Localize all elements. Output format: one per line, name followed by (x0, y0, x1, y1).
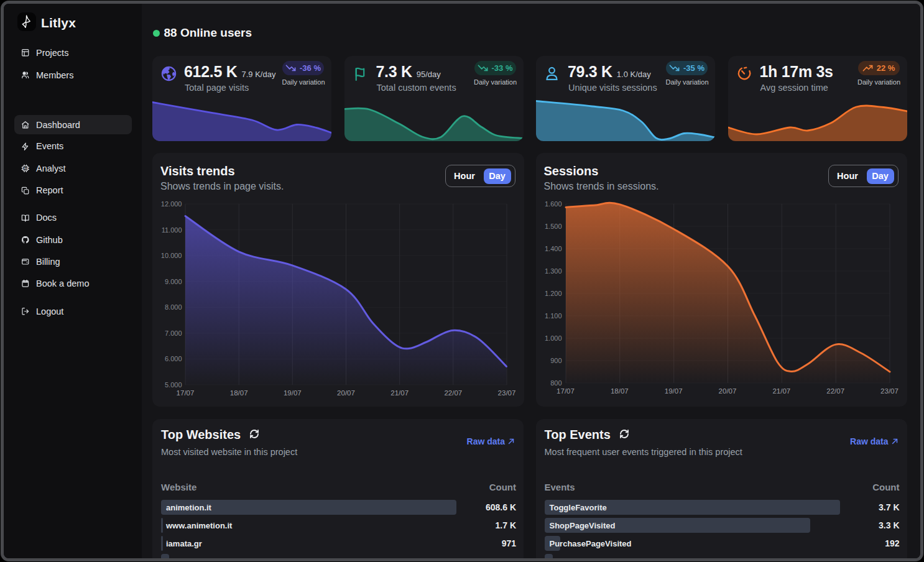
svg-text:AI: AI (24, 167, 27, 170)
